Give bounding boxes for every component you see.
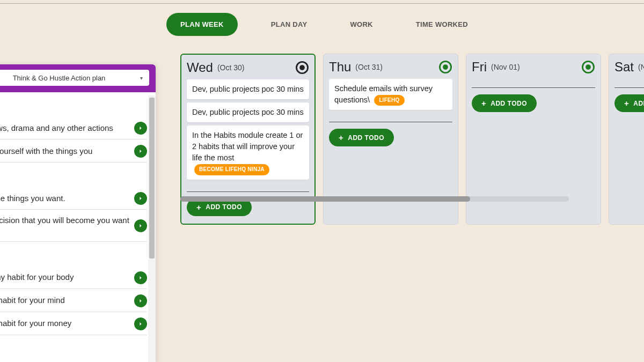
day-divider bbox=[614, 87, 644, 88]
tab-time-worked[interactable]: TIME WORKED bbox=[406, 15, 478, 34]
day-header: Wed(Oct 30) bbox=[187, 60, 309, 75]
day-name: Thu bbox=[329, 60, 351, 75]
plan-task-row[interactable]: healthy habit for your money bbox=[0, 312, 147, 335]
plan-task-text: nwash yourself with the things you bbox=[0, 146, 130, 157]
todo-badge: LIFEHQ bbox=[374, 95, 404, 106]
day-date: (Oct 30) bbox=[217, 63, 245, 72]
plan-task-row[interactable]: te healthy habit for your body bbox=[0, 266, 147, 289]
tab-plan-day[interactable]: PLAN DAY bbox=[261, 15, 317, 34]
chevron-right-icon[interactable] bbox=[134, 192, 147, 205]
tab-work[interactable]: WORK bbox=[340, 15, 382, 34]
add-todo-label: ADD TODO bbox=[633, 100, 644, 107]
level-heading: vel 3 bbox=[0, 249, 147, 261]
plus-icon: + bbox=[624, 99, 629, 107]
todo-card-text: Dev, public projects poc 30 mins bbox=[192, 108, 304, 116]
sidebar-header: Think & Go Hustle Action plan bbox=[0, 64, 156, 92]
chevron-right-icon[interactable] bbox=[134, 271, 147, 284]
day-divider bbox=[187, 191, 309, 192]
plan-task-text: nate news, drama and any other actions bbox=[0, 123, 130, 134]
plan-select[interactable]: Think & Go Hustle Action plan bbox=[0, 70, 149, 86]
action-plan-panel: Think & Go Hustle Action plan vel 4nate … bbox=[0, 64, 156, 362]
day-name: Wed bbox=[187, 60, 213, 75]
svg-point-5 bbox=[586, 64, 591, 70]
day-divider bbox=[329, 122, 452, 122]
todo-card-text: Dev, public projects poc 30 mins bbox=[192, 85, 304, 93]
plus-icon: + bbox=[339, 134, 343, 142]
chevron-right-icon[interactable] bbox=[134, 219, 147, 232]
plus-icon: + bbox=[196, 203, 201, 211]
todo-card-text: In the Habits module create 1 or 2 habit… bbox=[192, 131, 303, 162]
sidebar-body: vel 4nate news, drama and any other acti… bbox=[0, 92, 156, 362]
day-date: (Nov bbox=[638, 63, 644, 71]
board-horizontal-scrollbar[interactable] bbox=[180, 196, 569, 202]
level-heading: vel 1 bbox=[0, 170, 147, 181]
chevron-right-icon[interactable] bbox=[134, 317, 147, 330]
day-header: Fri(Nov 01) bbox=[472, 60, 595, 75]
plan-task-text: te healthy habit for your body bbox=[0, 272, 130, 283]
add-todo-button[interactable]: +ADD TODO bbox=[472, 94, 537, 112]
board-scrollbar-thumb[interactable] bbox=[180, 196, 470, 202]
plan-task-row[interactable]: healthy habit for your mind bbox=[0, 289, 147, 312]
chevron-right-icon[interactable] bbox=[134, 145, 147, 158]
day-name: Fri bbox=[472, 60, 487, 75]
view-tabs: PLAN WEEK PLAN DAY WORK TIME WORKED bbox=[0, 13, 644, 36]
target-icon[interactable] bbox=[438, 60, 452, 74]
plus-icon: + bbox=[481, 99, 486, 107]
chevron-right-icon[interactable] bbox=[134, 122, 147, 135]
todo-card[interactable]: Dev, public projects poc 30 mins bbox=[187, 79, 309, 99]
level-heading: vel 4 bbox=[0, 100, 147, 111]
day-header: Sat(Nov bbox=[614, 60, 644, 75]
plan-task-text: healthy habit for your money bbox=[0, 318, 130, 329]
plan-task-row[interactable]: nate news, drama and any other actions bbox=[0, 116, 147, 139]
svg-point-1 bbox=[299, 65, 305, 70]
add-todo-label: ADD TODO bbox=[491, 100, 527, 107]
day-divider bbox=[472, 87, 595, 88]
todo-card[interactable]: Dev, public projects poc 30 mins bbox=[187, 102, 309, 122]
day-column: Sat(Nov+ADD TODO bbox=[609, 54, 644, 225]
add-todo-button[interactable]: +ADD TODO bbox=[329, 129, 394, 146]
sidebar-scrollbar[interactable] bbox=[148, 95, 156, 362]
day-date: (Oct 31) bbox=[355, 63, 383, 71]
plan-task-text: e the decision that you will become you … bbox=[0, 215, 130, 237]
plan-task-text: out all the things you want. bbox=[0, 193, 130, 204]
plan-select-value: Think & Go Hustle Action plan bbox=[13, 74, 106, 82]
plan-task-row[interactable]: e the decision that you will become you … bbox=[0, 210, 147, 242]
svg-point-3 bbox=[443, 64, 448, 70]
todo-card[interactable]: In the Habits module create 1 or 2 habit… bbox=[187, 125, 309, 179]
tab-plan-week[interactable]: PLAN WEEK bbox=[166, 13, 238, 36]
add-todo-label: ADD TODO bbox=[206, 203, 242, 211]
day-name: Sat bbox=[614, 60, 634, 75]
header-divider bbox=[0, 3, 644, 4]
target-icon[interactable] bbox=[295, 61, 309, 75]
plan-task-row[interactable]: nwash yourself with the things you bbox=[0, 139, 147, 162]
plan-task-row[interactable]: out all the things you want. bbox=[0, 187, 147, 210]
add-todo-label: ADD TODO bbox=[348, 134, 384, 142]
plan-task-text: healthy habit for your mind bbox=[0, 295, 130, 306]
day-date: (Nov 01) bbox=[491, 63, 520, 71]
sidebar-scrollbar-thumb[interactable] bbox=[149, 98, 155, 258]
week-board: Wed(Oct 30)Dev, public projects poc 30 m… bbox=[180, 54, 644, 230]
add-todo-button[interactable]: +ADD TODO bbox=[614, 94, 644, 112]
todo-badge: BECOME LIFEHQ NINJA bbox=[194, 164, 269, 175]
todo-card[interactable]: Schedule emails with survey questions\ L… bbox=[329, 79, 452, 110]
chevron-right-icon[interactable] bbox=[134, 294, 147, 307]
target-icon[interactable] bbox=[581, 60, 595, 74]
day-header: Thu(Oct 31) bbox=[329, 60, 452, 75]
